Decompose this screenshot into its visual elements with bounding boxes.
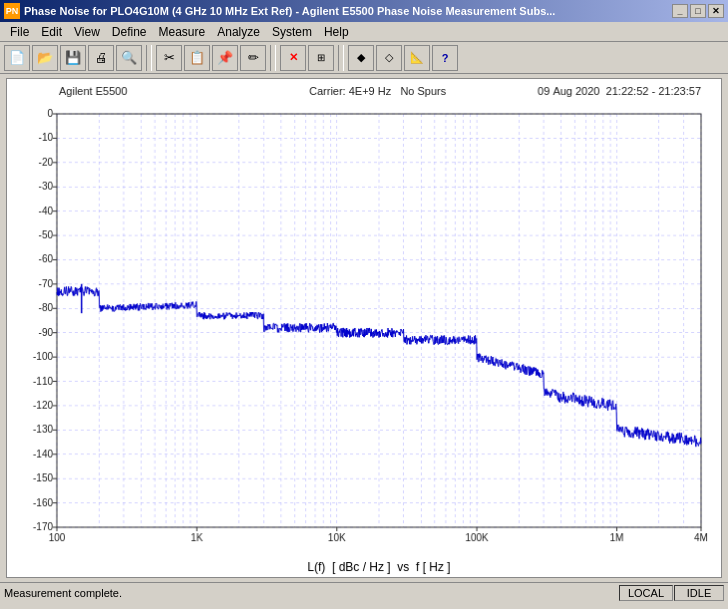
status-right: LOCAL IDLE xyxy=(619,585,724,601)
marker2-button[interactable]: ◇ xyxy=(376,45,402,71)
copy-button[interactable]: 📋 xyxy=(184,45,210,71)
edit-button[interactable]: ✏ xyxy=(240,45,266,71)
menu-measure[interactable]: Measure xyxy=(153,23,212,41)
status-local: LOCAL xyxy=(619,585,673,601)
phase-noise-canvas xyxy=(7,79,721,577)
marker1-button[interactable]: ◆ xyxy=(348,45,374,71)
help-button[interactable]: ? xyxy=(432,45,458,71)
menu-bar: File Edit View Define Measure Analyze Sy… xyxy=(0,22,728,42)
close-button[interactable]: ✕ xyxy=(708,4,724,18)
menu-define[interactable]: Define xyxy=(106,23,153,41)
status-idle: IDLE xyxy=(674,585,724,601)
menu-view[interactable]: View xyxy=(68,23,106,41)
menu-file[interactable]: File xyxy=(4,23,35,41)
menu-help[interactable]: Help xyxy=(318,23,355,41)
window-controls: _ □ ✕ xyxy=(672,4,724,18)
select-button[interactable]: ⊞ xyxy=(308,45,334,71)
new-button[interactable]: 📄 xyxy=(4,45,30,71)
maximize-button[interactable]: □ xyxy=(690,4,706,18)
print-button[interactable]: 🖨 xyxy=(88,45,114,71)
app-icon: PN xyxy=(4,3,20,19)
paste-button[interactable]: 📌 xyxy=(212,45,238,71)
toolbar-separator-2 xyxy=(270,45,276,71)
preview-button[interactable]: 🔍 xyxy=(116,45,142,71)
status-bar: Measurement complete. LOCAL IDLE xyxy=(0,582,728,602)
menu-system[interactable]: System xyxy=(266,23,318,41)
toolbar-separator-3 xyxy=(338,45,344,71)
toolbar: 📄 📂 💾 🖨 🔍 ✂ 📋 📌 ✏ ✕ ⊞ ◆ ◇ 📐 ? xyxy=(0,42,728,74)
chart-container xyxy=(6,78,722,578)
status-message: Measurement complete. xyxy=(4,587,619,599)
window-title: Phase Noise for PLO4G10M (4 GHz 10 MHz E… xyxy=(24,5,672,17)
menu-analyze[interactable]: Analyze xyxy=(211,23,266,41)
menu-edit[interactable]: Edit xyxy=(35,23,68,41)
delete-button[interactable]: ✕ xyxy=(280,45,306,71)
minimize-button[interactable]: _ xyxy=(672,4,688,18)
open-button[interactable]: 📂 xyxy=(32,45,58,71)
title-bar: PN Phase Noise for PLO4G10M (4 GHz 10 MH… xyxy=(0,0,728,22)
toolbar-separator-1 xyxy=(146,45,152,71)
cut-button[interactable]: ✂ xyxy=(156,45,182,71)
measure-button[interactable]: 📐 xyxy=(404,45,430,71)
save-button[interactable]: 💾 xyxy=(60,45,86,71)
